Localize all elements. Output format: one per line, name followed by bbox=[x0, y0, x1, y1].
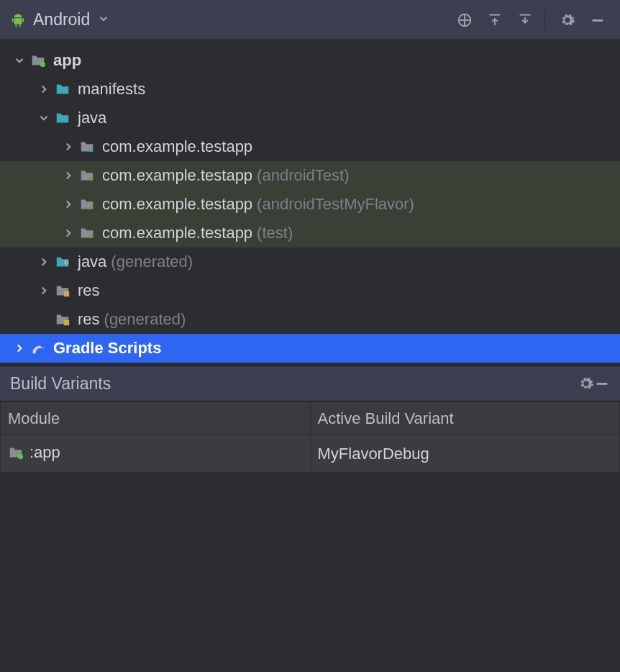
tree-item-res[interactable]: res bbox=[0, 276, 620, 305]
svg-rect-4 bbox=[22, 18, 24, 22]
tree-item-java-generated[interactable]: java (generated) bbox=[0, 248, 620, 276]
tree-label: app bbox=[53, 51, 81, 70]
chevron-down-icon bbox=[12, 54, 27, 67]
build-variants-table: Module Active Build Variant :app MyFlavo… bbox=[0, 401, 620, 473]
svg-rect-3 bbox=[12, 18, 14, 22]
module-name: :app bbox=[29, 443, 60, 462]
tree-item-pkg-test[interactable]: com.example.testapp (test) bbox=[0, 219, 620, 248]
android-logo-icon bbox=[10, 12, 26, 28]
build-variants-empty-area bbox=[0, 473, 620, 672]
tree-suffix: (generated) bbox=[104, 310, 186, 329]
svg-point-18 bbox=[89, 206, 94, 210]
tree-label: manifests bbox=[78, 80, 145, 99]
chevron-right-icon bbox=[36, 83, 52, 96]
tree-suffix: (androidTest) bbox=[257, 166, 349, 185]
chevron-right-icon bbox=[12, 342, 27, 355]
tree-suffix: (test) bbox=[257, 224, 293, 242]
folder-icon bbox=[52, 110, 73, 126]
package-icon bbox=[76, 139, 98, 155]
hide-panel-icon[interactable] bbox=[585, 8, 610, 32]
project-view-selector[interactable]: Android bbox=[10, 10, 110, 29]
select-opened-file-icon[interactable] bbox=[452, 8, 477, 32]
tree-label: java bbox=[78, 109, 106, 127]
table-header-row: Module Active Build Variant bbox=[1, 402, 620, 435]
svg-rect-2 bbox=[14, 18, 22, 24]
tree-label: com.example.testapp bbox=[102, 166, 252, 185]
svg-point-15 bbox=[40, 62, 45, 67]
svg-rect-6 bbox=[19, 24, 21, 27]
chevron-right-icon bbox=[60, 198, 76, 211]
chevron-down-icon bbox=[36, 112, 52, 124]
col-variant: Active Build Variant bbox=[310, 402, 620, 435]
generated-folder-icon bbox=[52, 254, 73, 270]
variant-cell[interactable]: MyFlavorDebug bbox=[310, 435, 620, 473]
package-icon bbox=[76, 196, 98, 212]
tree-label: com.example.testapp bbox=[102, 224, 252, 242]
module-folder-icon bbox=[27, 53, 49, 68]
tree-suffix: (androidTestMyFlavor) bbox=[257, 195, 414, 214]
chevron-down-icon bbox=[97, 11, 110, 29]
tree-item-res-generated[interactable]: res (generated) bbox=[0, 305, 620, 334]
gear-icon[interactable] bbox=[555, 8, 580, 32]
gear-icon[interactable] bbox=[578, 376, 594, 391]
tree-suffix: (generated) bbox=[111, 253, 193, 271]
svg-point-19 bbox=[89, 235, 94, 239]
chevron-right-icon bbox=[60, 140, 76, 153]
resource-folder-icon bbox=[52, 283, 73, 299]
resource-folder-icon bbox=[52, 312, 73, 327]
svg-rect-14 bbox=[593, 19, 603, 22]
tree-item-manifests[interactable]: manifests bbox=[0, 75, 620, 104]
hide-panel-icon[interactable] bbox=[594, 376, 610, 391]
folder-icon bbox=[52, 81, 73, 97]
tree-item-app[interactable]: app bbox=[0, 46, 620, 75]
tree-label: com.example.testapp bbox=[102, 137, 252, 156]
package-icon bbox=[76, 225, 98, 241]
tree-item-gradle-scripts[interactable]: Gradle Scripts bbox=[0, 334, 620, 363]
tree-label: res bbox=[78, 281, 100, 300]
tree-label: com.example.testapp bbox=[102, 195, 252, 214]
project-view-label: Android bbox=[33, 10, 90, 29]
chevron-right-icon bbox=[36, 284, 52, 297]
svg-rect-5 bbox=[15, 24, 17, 27]
toolbar-divider bbox=[544, 11, 545, 29]
chevron-right-icon bbox=[60, 169, 76, 182]
svg-point-17 bbox=[89, 177, 94, 181]
chevron-right-icon bbox=[60, 227, 76, 240]
module-folder-icon bbox=[8, 445, 24, 460]
table-row[interactable]: :app MyFlavorDebug bbox=[1, 435, 620, 473]
build-variants-title: Build Variants bbox=[10, 374, 578, 394]
svg-point-24 bbox=[18, 453, 23, 458]
chevron-right-icon bbox=[36, 255, 52, 268]
tree-item-pkg-androidtest-flavor[interactable]: com.example.testapp (androidTestMyFlavor… bbox=[0, 190, 620, 219]
module-cell[interactable]: :app bbox=[1, 435, 311, 473]
svg-rect-21 bbox=[64, 320, 69, 325]
package-icon bbox=[76, 168, 98, 183]
project-tree: app manifests java bbox=[0, 40, 620, 363]
tree-item-java[interactable]: java bbox=[0, 104, 620, 132]
tree-item-pkg-androidtest[interactable]: com.example.testapp (androidTest) bbox=[0, 161, 620, 190]
svg-point-22 bbox=[41, 346, 42, 348]
svg-rect-20 bbox=[64, 291, 69, 296]
col-module: Module bbox=[1, 402, 311, 435]
tree-label: java bbox=[78, 253, 106, 271]
tree-label: res bbox=[78, 310, 100, 329]
svg-rect-23 bbox=[597, 383, 608, 385]
tree-item-pkg-main[interactable]: com.example.testapp bbox=[0, 132, 620, 161]
collapse-all-icon[interactable] bbox=[513, 8, 537, 32]
project-view-toolbar: Android bbox=[0, 0, 620, 40]
expand-all-icon[interactable] bbox=[483, 8, 507, 32]
gradle-icon bbox=[27, 340, 49, 356]
build-variants-header: Build Variants bbox=[0, 365, 620, 401]
svg-point-16 bbox=[89, 148, 94, 153]
tree-label: Gradle Scripts bbox=[53, 339, 161, 358]
